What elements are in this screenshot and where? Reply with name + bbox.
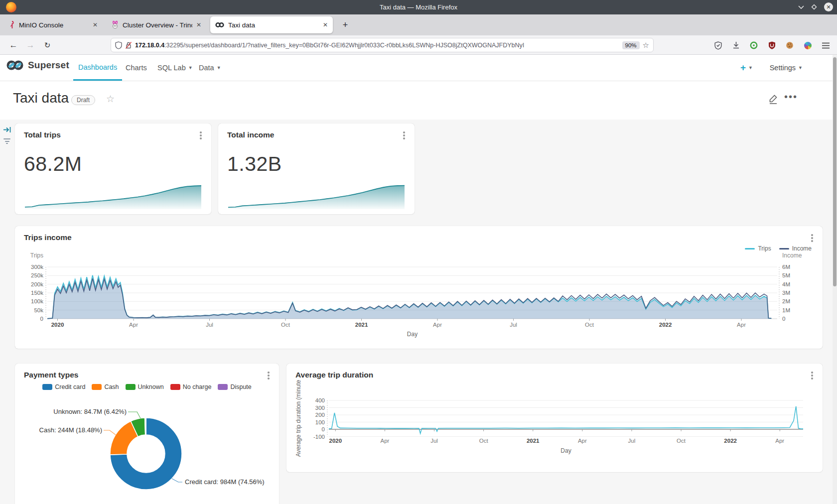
nav-data[interactable]: Data▼ bbox=[194, 55, 226, 81]
tab-label: MinIO Console bbox=[19, 21, 89, 29]
reload-button[interactable]: ↻ bbox=[41, 39, 54, 52]
scrollbar[interactable] bbox=[833, 55, 837, 504]
card-total-income: Total income 1.32B bbox=[218, 124, 415, 214]
chevron-down-icon: ▼ bbox=[798, 65, 803, 70]
page-title: Taxi data bbox=[13, 90, 69, 106]
settings-menu[interactable]: Settings▼ bbox=[770, 55, 803, 81]
chart-title: Total trips bbox=[24, 130, 61, 139]
svg-text:2020: 2020 bbox=[51, 322, 64, 328]
add-new-button[interactable]: +▼ bbox=[740, 55, 753, 81]
svg-text:Day: Day bbox=[407, 331, 418, 338]
legend-swatch bbox=[92, 384, 102, 390]
svg-text:4M: 4M bbox=[782, 281, 790, 287]
big-number-value: 68.2M bbox=[24, 152, 82, 176]
svg-text:Oct: Oct bbox=[479, 438, 489, 444]
svg-text:0: 0 bbox=[40, 316, 43, 322]
insecure-lock-icon[interactable] bbox=[125, 41, 132, 49]
svg-text:1M: 1M bbox=[782, 307, 790, 313]
svg-text:Apr: Apr bbox=[380, 438, 389, 444]
svg-text:Apr: Apr bbox=[737, 322, 746, 328]
legend-item: Credit card bbox=[42, 383, 85, 390]
status-badge: Draft bbox=[71, 95, 95, 105]
chevron-down-icon: ▼ bbox=[217, 65, 221, 70]
extension-green-icon[interactable] bbox=[748, 39, 760, 51]
svg-text:Income: Income bbox=[782, 252, 802, 259]
favorite-star-icon[interactable]: ☆ bbox=[106, 93, 115, 105]
menu-hamburger-icon[interactable] bbox=[820, 39, 832, 51]
sparkline-total-trips bbox=[15, 181, 211, 210]
nav-sql-lab[interactable]: SQL Lab▼ bbox=[152, 55, 198, 81]
close-icon[interactable]: ✕ bbox=[824, 2, 833, 11]
download-icon[interactable] bbox=[730, 39, 742, 51]
maximize-icon[interactable] bbox=[809, 2, 819, 12]
browser-tabstrip: MinIO Console ✕ Cluster Overview - Trino… bbox=[0, 14, 837, 35]
tab-close-icon[interactable]: ✕ bbox=[93, 21, 98, 28]
forward-button[interactable]: → bbox=[24, 39, 37, 52]
nav-dashboards[interactable]: Dashboards bbox=[73, 55, 122, 81]
tracking-shield-icon[interactable] bbox=[115, 41, 122, 49]
edit-dashboard-icon[interactable] bbox=[768, 93, 779, 104]
cookie-icon[interactable] bbox=[784, 39, 796, 51]
minio-icon bbox=[9, 21, 15, 29]
tab-minio-console[interactable]: MinIO Console ✕ bbox=[4, 16, 103, 33]
svg-text:Jul: Jul bbox=[430, 438, 438, 444]
tab-taxi-data-active[interactable]: Taxi data ✕ bbox=[210, 16, 333, 33]
tab-trino[interactable]: Cluster Overview - Trino ✕ bbox=[107, 16, 206, 33]
chart-menu-kebab-icon[interactable] bbox=[265, 371, 272, 380]
scrollbar-thumb[interactable] bbox=[833, 57, 837, 286]
url-bar[interactable]: 172.18.0.4:32295/superset/dashboard/1/?n… bbox=[111, 38, 654, 52]
chart-menu-kebab-icon[interactable] bbox=[809, 233, 816, 243]
svg-text:150k: 150k bbox=[31, 290, 43, 296]
legend-swatch bbox=[126, 384, 136, 390]
svg-text:3M: 3M bbox=[782, 290, 790, 296]
chart-title: Payment types bbox=[24, 371, 78, 379]
ublock-shield-icon[interactable] bbox=[766, 39, 778, 51]
back-button[interactable]: ← bbox=[7, 39, 20, 52]
svg-text:200k: 200k bbox=[31, 281, 43, 287]
svg-text:5M: 5M bbox=[782, 272, 790, 278]
tab-close-icon[interactable]: ✕ bbox=[196, 21, 201, 28]
chart-menu-kebab-icon[interactable] bbox=[197, 130, 204, 140]
shield-check-icon[interactable] bbox=[712, 39, 724, 51]
svg-text:Credit card: 984M (74.56%): Credit card: 984M (74.56%) bbox=[185, 478, 265, 486]
svg-text:2021: 2021 bbox=[355, 322, 368, 328]
superset-infinity-icon bbox=[6, 60, 24, 71]
svg-text:100: 100 bbox=[315, 419, 325, 425]
svg-text:Oct: Oct bbox=[281, 322, 290, 328]
legend-item: No charge bbox=[170, 383, 212, 390]
zoom-level-badge[interactable]: 90% bbox=[622, 41, 640, 49]
chart-menu-kebab-icon[interactable] bbox=[401, 130, 408, 140]
svg-text:Trips: Trips bbox=[30, 252, 43, 259]
svg-text:50k: 50k bbox=[34, 307, 43, 313]
svg-text:2022: 2022 bbox=[724, 438, 737, 444]
payment-types-donut[interactable]: Unknown: 84.7M (6.42%)Cash: 244M (18.48%… bbox=[15, 393, 279, 504]
expand-filter-bar-icon[interactable] bbox=[3, 126, 11, 136]
more-options-icon[interactable]: ••• bbox=[784, 91, 798, 103]
nav-charts[interactable]: Charts bbox=[121, 55, 152, 81]
window-titlebar: Taxi data — Mozilla Firefox ✕ bbox=[0, 0, 837, 14]
pinwheel-icon[interactable] bbox=[802, 39, 814, 51]
tab-label: Cluster Overview - Trino bbox=[123, 21, 192, 29]
pie-legend[interactable]: Credit card Cash Unknown No charge Dispu… bbox=[15, 383, 279, 390]
chart-title: Total income bbox=[227, 130, 274, 139]
svg-text:Apr: Apr bbox=[775, 438, 784, 444]
superset-logo[interactable]: Superset bbox=[6, 60, 69, 71]
avg-trip-duration-chart[interactable]: 4003002001000-1002020AprJulOct2021AprJul… bbox=[286, 378, 823, 472]
new-tab-button[interactable]: + bbox=[339, 18, 352, 31]
dashboard-header: Taxi data Draft ☆ ••• bbox=[0, 81, 833, 120]
svg-text:2020: 2020 bbox=[329, 438, 342, 444]
trips-income-chart[interactable]: 300k6M250k5M200k4M150k3M100k2M50k1M00Tri… bbox=[15, 246, 823, 349]
svg-text:0: 0 bbox=[322, 426, 325, 432]
svg-text:200: 200 bbox=[315, 412, 325, 418]
svg-text:6M: 6M bbox=[782, 264, 790, 270]
browser-toolbar: ← → ↻ 172.18.0.4:32295/superset/dashboar… bbox=[0, 35, 837, 55]
minimize-icon[interactable] bbox=[796, 2, 806, 12]
bookmark-star-icon[interactable]: ☆ bbox=[643, 41, 649, 50]
svg-text:Cash: 244M (18.48%): Cash: 244M (18.48%) bbox=[39, 426, 102, 434]
filter-icon[interactable] bbox=[3, 138, 10, 144]
tab-close-icon[interactable]: ✕ bbox=[323, 21, 328, 28]
svg-text:400: 400 bbox=[315, 397, 325, 403]
svg-text:Oct: Oct bbox=[677, 438, 686, 444]
chevron-down-icon: ▼ bbox=[188, 65, 193, 70]
svg-text:2021: 2021 bbox=[527, 438, 540, 444]
